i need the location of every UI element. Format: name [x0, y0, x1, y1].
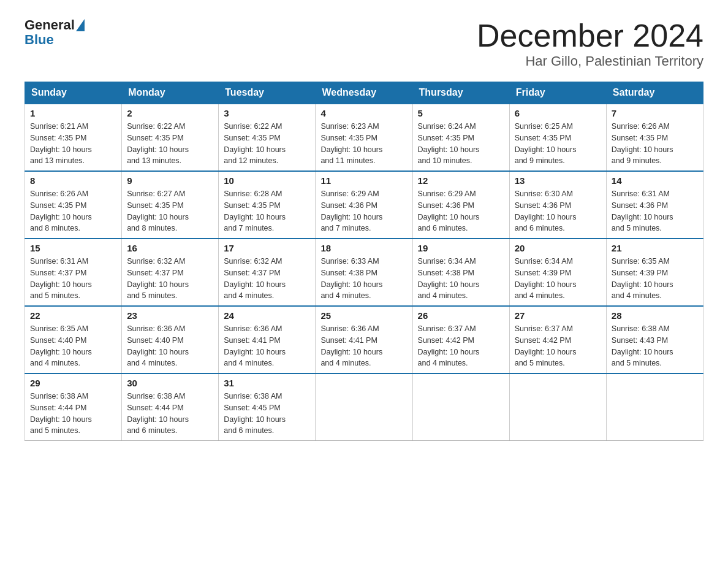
calendar-title: December 2024: [477, 18, 703, 53]
day-number: 7: [612, 108, 698, 118]
day-info: Sunrise: 6:31 AMSunset: 4:37 PMDaylight:…: [30, 256, 116, 302]
day-info: Sunrise: 6:32 AMSunset: 4:37 PMDaylight:…: [127, 256, 213, 302]
day-number: 10: [224, 175, 310, 186]
header-friday: Friday: [509, 82, 606, 104]
calendar-cell: 31Sunrise: 6:38 AMSunset: 4:45 PMDayligh…: [219, 373, 316, 441]
calendar-cell: 23Sunrise: 6:36 AMSunset: 4:40 PMDayligh…: [122, 306, 219, 373]
day-info: Sunrise: 6:36 AMSunset: 4:41 PMDaylight:…: [320, 323, 407, 369]
calendar-cell: 6Sunrise: 6:25 AMSunset: 4:35 PMDaylight…: [509, 104, 606, 171]
day-info: Sunrise: 6:38 AMSunset: 4:44 PMDaylight:…: [30, 391, 116, 437]
day-number: 1: [30, 108, 116, 118]
week-row-2: 8Sunrise: 6:26 AMSunset: 4:35 PMDaylight…: [25, 171, 703, 239]
day-number: 12: [418, 175, 504, 186]
title-block: December 2024 Har Gillo, Palestinian Ter…: [477, 18, 703, 69]
day-info: Sunrise: 6:23 AMSunset: 4:35 PMDaylight:…: [320, 121, 407, 167]
day-info: Sunrise: 6:28 AMSunset: 4:35 PMDaylight:…: [224, 188, 310, 234]
day-number: 28: [612, 310, 698, 321]
day-number: 22: [30, 310, 116, 321]
calendar-cell: 19Sunrise: 6:34 AMSunset: 4:38 PMDayligh…: [412, 239, 509, 306]
calendar-cell: [412, 373, 509, 441]
day-number: 17: [224, 243, 310, 253]
day-info: Sunrise: 6:26 AMSunset: 4:35 PMDaylight:…: [30, 188, 116, 234]
day-number: 30: [127, 378, 213, 388]
calendar-cell: 12Sunrise: 6:29 AMSunset: 4:36 PMDayligh…: [412, 171, 509, 239]
day-info: Sunrise: 6:36 AMSunset: 4:40 PMDaylight:…: [127, 323, 213, 369]
day-info: Sunrise: 6:34 AMSunset: 4:39 PMDaylight:…: [515, 256, 601, 302]
header-thursday: Thursday: [412, 82, 509, 104]
day-info: Sunrise: 6:36 AMSunset: 4:41 PMDaylight:…: [224, 323, 310, 369]
day-number: 5: [418, 108, 504, 118]
calendar-cell: 20Sunrise: 6:34 AMSunset: 4:39 PMDayligh…: [509, 239, 606, 306]
day-info: Sunrise: 6:31 AMSunset: 4:36 PMDaylight:…: [612, 188, 698, 234]
day-info: Sunrise: 6:27 AMSunset: 4:35 PMDaylight:…: [127, 188, 213, 234]
day-info: Sunrise: 6:37 AMSunset: 4:42 PMDaylight:…: [418, 323, 504, 369]
logo-blue-text: Blue: [25, 32, 54, 48]
day-info: Sunrise: 6:30 AMSunset: 4:36 PMDaylight:…: [515, 188, 601, 234]
header-sunday: Sunday: [25, 82, 122, 104]
header-wednesday: Wednesday: [316, 82, 412, 104]
calendar-cell: 3Sunrise: 6:22 AMSunset: 4:35 PMDaylight…: [219, 104, 316, 171]
calendar-cell: 15Sunrise: 6:31 AMSunset: 4:37 PMDayligh…: [25, 239, 122, 306]
header-monday: Monday: [122, 82, 219, 104]
day-number: 23: [127, 310, 213, 321]
day-info: Sunrise: 6:26 AMSunset: 4:35 PMDaylight:…: [612, 121, 698, 167]
day-number: 2: [127, 108, 213, 118]
calendar-cell: 13Sunrise: 6:30 AMSunset: 4:36 PMDayligh…: [509, 171, 606, 239]
calendar-cell: 30Sunrise: 6:38 AMSunset: 4:44 PMDayligh…: [122, 373, 219, 441]
logo-triangle-icon: [76, 19, 85, 31]
calendar-cell: 8Sunrise: 6:26 AMSunset: 4:35 PMDaylight…: [25, 171, 122, 239]
calendar-cell: 22Sunrise: 6:35 AMSunset: 4:40 PMDayligh…: [25, 306, 122, 373]
calendar-cell: 1Sunrise: 6:21 AMSunset: 4:35 PMDaylight…: [25, 104, 122, 171]
calendar-cell: 14Sunrise: 6:31 AMSunset: 4:36 PMDayligh…: [606, 171, 703, 239]
calendar-cell: 11Sunrise: 6:29 AMSunset: 4:36 PMDayligh…: [316, 171, 412, 239]
day-number: 29: [30, 378, 116, 388]
week-row-5: 29Sunrise: 6:38 AMSunset: 4:44 PMDayligh…: [25, 373, 703, 441]
day-number: 13: [515, 175, 601, 186]
day-number: 27: [515, 310, 601, 321]
day-info: Sunrise: 6:33 AMSunset: 4:38 PMDaylight:…: [320, 256, 407, 302]
week-row-4: 22Sunrise: 6:35 AMSunset: 4:40 PMDayligh…: [25, 306, 703, 373]
day-info: Sunrise: 6:38 AMSunset: 4:43 PMDaylight:…: [612, 323, 698, 369]
calendar-cell: 28Sunrise: 6:38 AMSunset: 4:43 PMDayligh…: [606, 306, 703, 373]
day-info: Sunrise: 6:37 AMSunset: 4:42 PMDaylight:…: [515, 323, 601, 369]
calendar-cell: 17Sunrise: 6:32 AMSunset: 4:37 PMDayligh…: [219, 239, 316, 306]
calendar-cell: 26Sunrise: 6:37 AMSunset: 4:42 PMDayligh…: [412, 306, 509, 373]
day-number: 16: [127, 243, 213, 253]
page-header: General Blue December 2024 Har Gillo, Pa…: [25, 18, 703, 69]
day-number: 9: [127, 175, 213, 186]
day-info: Sunrise: 6:22 AMSunset: 4:35 PMDaylight:…: [224, 121, 310, 167]
day-number: 26: [418, 310, 504, 321]
calendar-cell: 21Sunrise: 6:35 AMSunset: 4:39 PMDayligh…: [606, 239, 703, 306]
calendar-table: SundayMondayTuesdayWednesdayThursdayFrid…: [25, 82, 703, 441]
logo-top: General: [25, 18, 86, 32]
calendar-cell: 18Sunrise: 6:33 AMSunset: 4:38 PMDayligh…: [316, 239, 412, 306]
week-row-3: 15Sunrise: 6:31 AMSunset: 4:37 PMDayligh…: [25, 239, 703, 306]
logo-general-text: General: [25, 18, 75, 32]
header-tuesday: Tuesday: [219, 82, 316, 104]
day-info: Sunrise: 6:29 AMSunset: 4:36 PMDaylight:…: [320, 188, 407, 234]
calendar-cell: 16Sunrise: 6:32 AMSunset: 4:37 PMDayligh…: [122, 239, 219, 306]
calendar-cell: 9Sunrise: 6:27 AMSunset: 4:35 PMDaylight…: [122, 171, 219, 239]
day-number: 8: [30, 175, 116, 186]
calendar-cell: 7Sunrise: 6:26 AMSunset: 4:35 PMDaylight…: [606, 104, 703, 171]
day-number: 14: [612, 175, 698, 186]
day-number: 3: [224, 108, 310, 118]
calendar-cell: [316, 373, 412, 441]
day-number: 31: [224, 378, 310, 388]
calendar-cell: 24Sunrise: 6:36 AMSunset: 4:41 PMDayligh…: [219, 306, 316, 373]
day-number: 15: [30, 243, 116, 253]
logo: General Blue: [25, 18, 86, 48]
calendar-cell: 29Sunrise: 6:38 AMSunset: 4:44 PMDayligh…: [25, 373, 122, 441]
calendar-cell: 27Sunrise: 6:37 AMSunset: 4:42 PMDayligh…: [509, 306, 606, 373]
calendar-cell: 25Sunrise: 6:36 AMSunset: 4:41 PMDayligh…: [316, 306, 412, 373]
calendar-cell: [606, 373, 703, 441]
calendar-subtitle: Har Gillo, Palestinian Territory: [477, 53, 703, 69]
day-number: 25: [320, 310, 407, 321]
week-row-1: 1Sunrise: 6:21 AMSunset: 4:35 PMDaylight…: [25, 104, 703, 171]
day-number: 20: [515, 243, 601, 253]
calendar-cell: 4Sunrise: 6:23 AMSunset: 4:35 PMDaylight…: [316, 104, 412, 171]
day-info: Sunrise: 6:24 AMSunset: 4:35 PMDaylight:…: [418, 121, 504, 167]
day-info: Sunrise: 6:22 AMSunset: 4:35 PMDaylight:…: [127, 121, 213, 167]
day-info: Sunrise: 6:35 AMSunset: 4:40 PMDaylight:…: [30, 323, 116, 369]
day-number: 4: [320, 108, 407, 118]
